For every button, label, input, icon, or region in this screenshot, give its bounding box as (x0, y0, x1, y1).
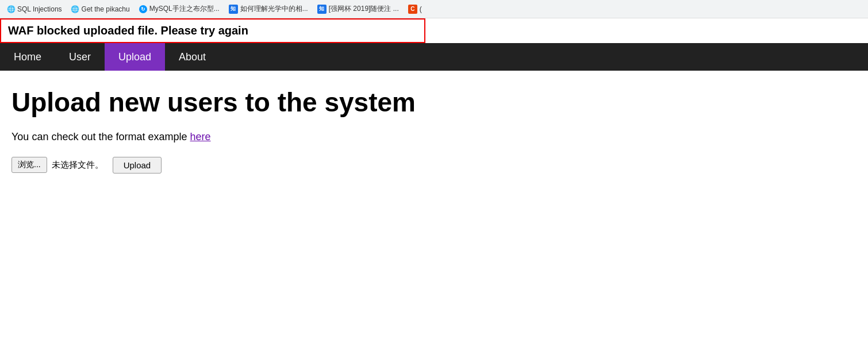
nav-user[interactable]: User (55, 43, 105, 71)
format-description: You can check out the format example her… (11, 131, 857, 143)
format-text-prefix: You can check out the format example (11, 131, 190, 142)
main-content: Upload new users to the system You can c… (0, 71, 868, 185)
globe-icon-1: 🌐 (7, 5, 15, 13)
page-title: Upload new users to the system (11, 88, 857, 117)
bookmark-optics[interactable]: 知 如何理解光学中的相... (226, 3, 310, 15)
nav-about[interactable]: About (165, 43, 220, 71)
bookmark-bar: 🌐 SQL Injections 🌐 Get the pikachu ↻ MyS… (0, 0, 868, 18)
file-name-label: 未选择文件。 (52, 160, 103, 171)
format-example-link[interactable]: here (190, 131, 211, 142)
nav-upload[interactable]: Upload (105, 43, 165, 71)
zhi-icon-1: 知 (229, 5, 238, 14)
waf-error-box: WAF blocked uploaded file. Please try ag… (0, 18, 425, 43)
c-icon: C (408, 5, 417, 14)
bookmark-label-2: Get the pikachu (82, 5, 130, 13)
file-input-area: 浏览... 未选择文件。 (11, 157, 103, 173)
bookmark-label-4: 如何理解光学中的相... (240, 4, 308, 14)
globe-icon-2: 🌐 (71, 5, 79, 13)
bookmark-label-1: SQL Injections (17, 5, 62, 13)
bookmark-label-3: MySQL手注之布尔型... (149, 4, 220, 14)
navbar: Home User Upload About (0, 43, 868, 71)
zhi-icon-2: 知 (317, 5, 327, 14)
nav-home[interactable]: Home (0, 43, 55, 71)
bookmark-label-5: [强网杯 2019]随便注 ... (329, 4, 399, 14)
waf-error-wrapper: WAF blocked uploaded file. Please try ag… (0, 18, 868, 43)
nav-about-label: About (179, 51, 206, 63)
bookmark-ctf[interactable]: 知 [强网杯 2019]随便注 ... (315, 3, 401, 15)
bookmark-c[interactable]: C ( (406, 3, 424, 15)
twist-icon: ↻ (139, 5, 147, 13)
bookmark-label-6: ( (420, 5, 422, 13)
bookmark-mysql[interactable]: ↻ MySQL手注之布尔型... (137, 3, 222, 15)
nav-user-label: User (69, 51, 91, 63)
nav-home-label: Home (14, 51, 41, 63)
bookmark-pikachu[interactable]: 🌐 Get the pikachu (69, 4, 132, 14)
nav-upload-label: Upload (118, 51, 151, 63)
waf-error-text: WAF blocked uploaded file. Please try ag… (8, 24, 248, 37)
browse-button[interactable]: 浏览... (11, 157, 47, 173)
upload-button[interactable]: Upload (113, 157, 162, 174)
upload-form: 浏览... 未选择文件。 Upload (11, 157, 857, 174)
bookmark-sql-injections[interactable]: 🌐 SQL Injections (5, 4, 64, 14)
